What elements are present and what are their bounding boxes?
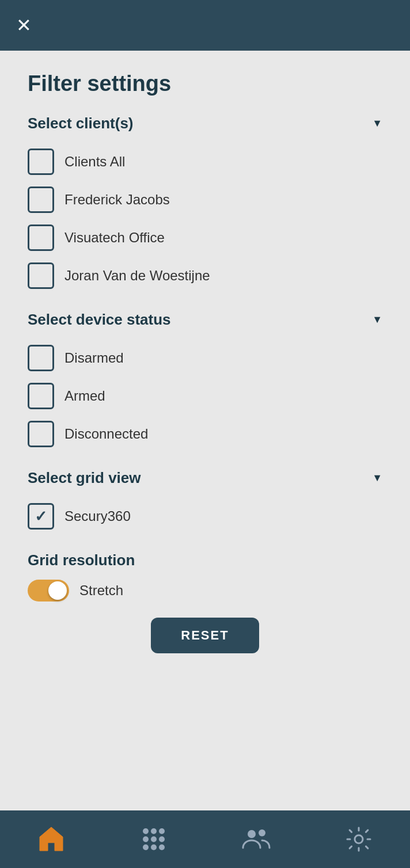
client-chevron-icon[interactable]: ▼ [372, 117, 382, 130]
client-section-title: Select client(s) [28, 115, 134, 132]
grid-view-checkbox-list: ✓ Secury360 [28, 497, 382, 535]
checkbox-disconnected[interactable] [28, 421, 54, 447]
page-title: Filter settings [28, 71, 382, 96]
reset-button-container: RESET [28, 618, 382, 653]
home-icon [36, 824, 66, 854]
checkbox-label: Clients All [64, 154, 125, 170]
reset-button[interactable]: RESET [151, 618, 259, 653]
device-status-section-header: Select device status ▼ [28, 311, 382, 329]
checkmark-icon: ✓ [35, 509, 47, 524]
gear-icon [345, 825, 373, 853]
checkbox-visuatech-office[interactable] [28, 224, 54, 251]
checkbox-label: Disarmed [64, 350, 124, 366]
checkbox-label: Frederick Jacobs [64, 192, 170, 208]
svg-point-4 [151, 836, 157, 842]
grid-view-section-title: Select grid view [28, 469, 141, 487]
list-item[interactable]: Disconnected [28, 415, 382, 453]
toggle-thumb [48, 581, 67, 600]
list-item[interactable]: Disarmed [28, 339, 382, 377]
stretch-toggle[interactable] [28, 580, 69, 601]
top-bar: ✕ [0, 0, 410, 51]
nav-item-settings[interactable] [339, 819, 379, 859]
svg-point-6 [143, 844, 149, 850]
client-section: Select client(s) ▼ Clients All Frederick… [28, 115, 382, 295]
checkbox-label: Visuatech Office [64, 230, 165, 246]
checkbox-label: Joran Van de Woestijne [64, 268, 210, 284]
svg-point-3 [143, 836, 149, 842]
list-item[interactable]: Visuatech Office [28, 219, 382, 257]
svg-point-5 [159, 836, 165, 842]
nav-item-home[interactable] [31, 819, 71, 859]
svg-point-2 [159, 828, 165, 834]
svg-point-9 [248, 830, 256, 838]
checkbox-armed[interactable] [28, 383, 54, 409]
bottom-nav [0, 810, 410, 868]
grid-icon [141, 827, 166, 852]
grid-view-section: Select grid view ▼ ✓ Secury360 [28, 469, 382, 535]
device-status-checkbox-list: Disarmed Armed Disconnected [28, 339, 382, 453]
device-status-section: Select device status ▼ Disarmed Armed Di… [28, 311, 382, 453]
client-section-header: Select client(s) ▼ [28, 115, 382, 132]
grid-resolution-title: Grid resolution [28, 551, 382, 569]
close-icon[interactable]: ✕ [16, 16, 32, 35]
list-item[interactable]: ✓ Secury360 [28, 497, 382, 535]
checkbox-secury360[interactable]: ✓ [28, 503, 54, 530]
checkbox-label: Secury360 [64, 508, 131, 524]
svg-point-10 [259, 829, 265, 836]
checkbox-frederick-jacobs[interactable] [28, 186, 54, 213]
grid-view-chevron-icon[interactable]: ▼ [372, 472, 382, 484]
grid-resolution-section: Grid resolution Stretch [28, 551, 382, 601]
checkbox-label: Armed [64, 388, 105, 404]
grid-view-section-header: Select grid view ▼ [28, 469, 382, 487]
users-icon [242, 825, 271, 854]
checkbox-clients-all[interactable] [28, 149, 54, 175]
list-item[interactable]: Joran Van de Woestijne [28, 257, 382, 295]
svg-point-8 [159, 844, 165, 850]
nav-item-grid[interactable] [134, 819, 174, 859]
list-item[interactable]: Frederick Jacobs [28, 181, 382, 219]
content-area: Filter settings Select client(s) ▼ Clien… [0, 51, 410, 810]
checkbox-joran[interactable] [28, 262, 54, 289]
list-item[interactable]: Clients All [28, 143, 382, 181]
toggle-label: Stretch [79, 583, 123, 599]
device-status-section-title: Select device status [28, 311, 171, 329]
checkbox-disarmed[interactable] [28, 345, 54, 371]
svg-point-11 [355, 835, 363, 843]
svg-point-7 [151, 844, 157, 850]
svg-point-1 [151, 828, 157, 834]
nav-item-users[interactable] [236, 819, 276, 859]
svg-point-0 [143, 828, 149, 834]
client-checkbox-list: Clients All Frederick Jacobs Visuatech O… [28, 143, 382, 295]
device-status-chevron-icon[interactable]: ▼ [372, 314, 382, 326]
checkbox-label: Disconnected [64, 426, 148, 442]
list-item[interactable]: Armed [28, 377, 382, 415]
toggle-row: Stretch [28, 580, 382, 601]
